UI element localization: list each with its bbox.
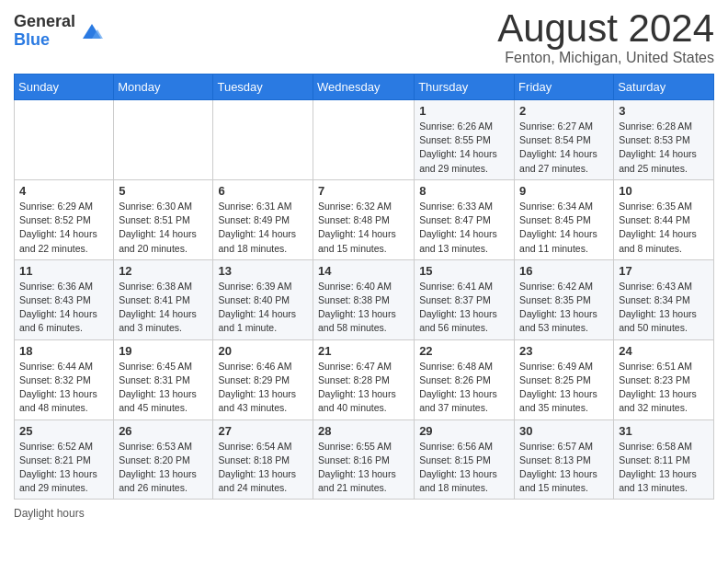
day-info: Sunrise: 6:33 AM Sunset: 8:47 PM Dayligh… bbox=[419, 200, 509, 256]
day-info: Sunrise: 6:27 AM Sunset: 8:54 PM Dayligh… bbox=[519, 120, 609, 176]
calendar-cell: 22Sunrise: 6:48 AM Sunset: 8:26 PM Dayli… bbox=[415, 339, 515, 419]
calendar-week-row: 18Sunrise: 6:44 AM Sunset: 8:32 PM Dayli… bbox=[15, 339, 714, 419]
calendar-cell: 15Sunrise: 6:41 AM Sunset: 8:37 PM Dayli… bbox=[415, 259, 515, 339]
day-number: 8 bbox=[419, 184, 509, 198]
day-info: Sunrise: 6:57 AM Sunset: 8:13 PM Dayligh… bbox=[519, 440, 609, 496]
calendar-cell: 24Sunrise: 6:51 AM Sunset: 8:23 PM Dayli… bbox=[614, 339, 714, 419]
footer-note: Daylight hours bbox=[14, 507, 714, 520]
day-number: 14 bbox=[318, 264, 409, 278]
day-info: Sunrise: 6:31 AM Sunset: 8:49 PM Dayligh… bbox=[218, 200, 308, 256]
calendar-week-row: 25Sunrise: 6:52 AM Sunset: 8:21 PM Dayli… bbox=[15, 419, 714, 500]
calendar-day-header: Sunday bbox=[15, 75, 114, 100]
calendar-day-header: Friday bbox=[515, 75, 614, 100]
calendar-day-header: Wednesday bbox=[313, 75, 415, 100]
calendar-cell: 12Sunrise: 6:38 AM Sunset: 8:41 PM Dayli… bbox=[114, 259, 213, 339]
day-number: 1 bbox=[419, 104, 509, 118]
calendar-table: SundayMondayTuesdayWednesdayThursdayFrid… bbox=[14, 74, 714, 500]
day-info: Sunrise: 6:32 AM Sunset: 8:48 PM Dayligh… bbox=[318, 200, 409, 256]
day-number: 31 bbox=[619, 424, 709, 438]
day-number: 22 bbox=[419, 344, 509, 358]
logo-icon bbox=[79, 18, 105, 44]
day-number: 7 bbox=[318, 184, 409, 198]
day-number: 30 bbox=[519, 424, 609, 438]
day-number: 25 bbox=[19, 424, 108, 438]
calendar-week-row: 1Sunrise: 6:26 AM Sunset: 8:55 PM Daylig… bbox=[15, 100, 714, 180]
calendar-cell bbox=[213, 100, 313, 180]
day-number: 15 bbox=[419, 264, 509, 278]
day-info: Sunrise: 6:45 AM Sunset: 8:31 PM Dayligh… bbox=[119, 360, 208, 416]
day-number: 3 bbox=[619, 104, 709, 118]
calendar-cell: 1Sunrise: 6:26 AM Sunset: 8:55 PM Daylig… bbox=[415, 100, 515, 180]
calendar-cell: 6Sunrise: 6:31 AM Sunset: 8:49 PM Daylig… bbox=[213, 179, 313, 259]
day-number: 18 bbox=[19, 344, 108, 358]
day-info: Sunrise: 6:34 AM Sunset: 8:45 PM Dayligh… bbox=[519, 200, 609, 256]
day-number: 28 bbox=[318, 424, 409, 438]
calendar-day-header: Thursday bbox=[415, 75, 515, 100]
day-info: Sunrise: 6:43 AM Sunset: 8:34 PM Dayligh… bbox=[619, 280, 709, 336]
day-info: Sunrise: 6:51 AM Sunset: 8:23 PM Dayligh… bbox=[619, 360, 709, 416]
day-number: 20 bbox=[218, 344, 308, 358]
day-info: Sunrise: 6:55 AM Sunset: 8:16 PM Dayligh… bbox=[318, 440, 409, 496]
calendar-cell: 11Sunrise: 6:36 AM Sunset: 8:43 PM Dayli… bbox=[15, 259, 114, 339]
day-number: 6 bbox=[218, 184, 308, 198]
calendar-day-header: Tuesday bbox=[213, 75, 313, 100]
calendar-cell: 5Sunrise: 6:30 AM Sunset: 8:51 PM Daylig… bbox=[114, 179, 213, 259]
day-info: Sunrise: 6:47 AM Sunset: 8:28 PM Dayligh… bbox=[318, 360, 409, 416]
calendar-cell: 23Sunrise: 6:49 AM Sunset: 8:25 PM Dayli… bbox=[515, 339, 614, 419]
day-info: Sunrise: 6:46 AM Sunset: 8:29 PM Dayligh… bbox=[218, 360, 308, 416]
calendar-cell: 18Sunrise: 6:44 AM Sunset: 8:32 PM Dayli… bbox=[15, 339, 114, 419]
day-info: Sunrise: 6:49 AM Sunset: 8:25 PM Dayligh… bbox=[519, 360, 609, 416]
day-info: Sunrise: 6:53 AM Sunset: 8:20 PM Dayligh… bbox=[119, 440, 208, 496]
calendar-cell: 31Sunrise: 6:58 AM Sunset: 8:11 PM Dayli… bbox=[614, 419, 714, 500]
day-number: 21 bbox=[318, 344, 409, 358]
calendar-cell: 19Sunrise: 6:45 AM Sunset: 8:31 PM Dayli… bbox=[114, 339, 213, 419]
day-number: 24 bbox=[619, 344, 709, 358]
logo-general: General bbox=[14, 13, 75, 31]
calendar-cell: 3Sunrise: 6:28 AM Sunset: 8:53 PM Daylig… bbox=[614, 100, 714, 180]
day-info: Sunrise: 6:41 AM Sunset: 8:37 PM Dayligh… bbox=[419, 280, 509, 336]
day-number: 2 bbox=[519, 104, 609, 118]
day-number: 29 bbox=[419, 424, 509, 438]
calendar-cell: 20Sunrise: 6:46 AM Sunset: 8:29 PM Dayli… bbox=[213, 339, 313, 419]
calendar-cell: 17Sunrise: 6:43 AM Sunset: 8:34 PM Dayli… bbox=[614, 259, 714, 339]
logo-blue: Blue bbox=[14, 31, 75, 50]
day-number: 4 bbox=[19, 184, 108, 198]
calendar-header-row: SundayMondayTuesdayWednesdayThursdayFrid… bbox=[15, 75, 714, 100]
day-info: Sunrise: 6:29 AM Sunset: 8:52 PM Dayligh… bbox=[19, 200, 108, 256]
calendar-week-row: 4Sunrise: 6:29 AM Sunset: 8:52 PM Daylig… bbox=[15, 179, 714, 259]
page-header: General Blue August 2024 Fenton, Michiga… bbox=[14, 9, 714, 66]
location: Fenton, Michigan, United States bbox=[497, 50, 714, 66]
day-number: 11 bbox=[19, 264, 108, 278]
day-info: Sunrise: 6:48 AM Sunset: 8:26 PM Dayligh… bbox=[419, 360, 509, 416]
day-number: 16 bbox=[519, 264, 609, 278]
day-number: 19 bbox=[119, 344, 208, 358]
calendar-cell: 14Sunrise: 6:40 AM Sunset: 8:38 PM Dayli… bbox=[313, 259, 415, 339]
day-number: 5 bbox=[119, 184, 208, 198]
calendar-cell: 28Sunrise: 6:55 AM Sunset: 8:16 PM Dayli… bbox=[313, 419, 415, 500]
calendar-cell: 29Sunrise: 6:56 AM Sunset: 8:15 PM Dayli… bbox=[415, 419, 515, 500]
calendar-cell: 16Sunrise: 6:42 AM Sunset: 8:35 PM Dayli… bbox=[515, 259, 614, 339]
day-number: 27 bbox=[218, 424, 308, 438]
calendar-cell: 26Sunrise: 6:53 AM Sunset: 8:20 PM Dayli… bbox=[114, 419, 213, 500]
day-number: 12 bbox=[119, 264, 208, 278]
day-number: 13 bbox=[218, 264, 308, 278]
calendar-cell: 30Sunrise: 6:57 AM Sunset: 8:13 PM Dayli… bbox=[515, 419, 614, 500]
day-number: 26 bbox=[119, 424, 208, 438]
calendar-week-row: 11Sunrise: 6:36 AM Sunset: 8:43 PM Dayli… bbox=[15, 259, 714, 339]
day-info: Sunrise: 6:26 AM Sunset: 8:55 PM Dayligh… bbox=[419, 120, 509, 176]
day-info: Sunrise: 6:35 AM Sunset: 8:44 PM Dayligh… bbox=[619, 200, 709, 256]
day-info: Sunrise: 6:44 AM Sunset: 8:32 PM Dayligh… bbox=[19, 360, 108, 416]
calendar-cell bbox=[313, 100, 415, 180]
day-info: Sunrise: 6:28 AM Sunset: 8:53 PM Dayligh… bbox=[619, 120, 709, 176]
calendar-cell: 9Sunrise: 6:34 AM Sunset: 8:45 PM Daylig… bbox=[515, 179, 614, 259]
calendar-cell: 10Sunrise: 6:35 AM Sunset: 8:44 PM Dayli… bbox=[614, 179, 714, 259]
calendar-cell bbox=[15, 100, 114, 180]
calendar-cell: 25Sunrise: 6:52 AM Sunset: 8:21 PM Dayli… bbox=[15, 419, 114, 500]
calendar-cell: 4Sunrise: 6:29 AM Sunset: 8:52 PM Daylig… bbox=[15, 179, 114, 259]
title-block: August 2024 Fenton, Michigan, United Sta… bbox=[497, 9, 714, 66]
calendar-cell: 27Sunrise: 6:54 AM Sunset: 8:18 PM Dayli… bbox=[213, 419, 313, 500]
day-info: Sunrise: 6:36 AM Sunset: 8:43 PM Dayligh… bbox=[19, 280, 108, 336]
day-info: Sunrise: 6:39 AM Sunset: 8:40 PM Dayligh… bbox=[218, 280, 308, 336]
day-info: Sunrise: 6:30 AM Sunset: 8:51 PM Dayligh… bbox=[119, 200, 208, 256]
calendar-cell bbox=[114, 100, 213, 180]
